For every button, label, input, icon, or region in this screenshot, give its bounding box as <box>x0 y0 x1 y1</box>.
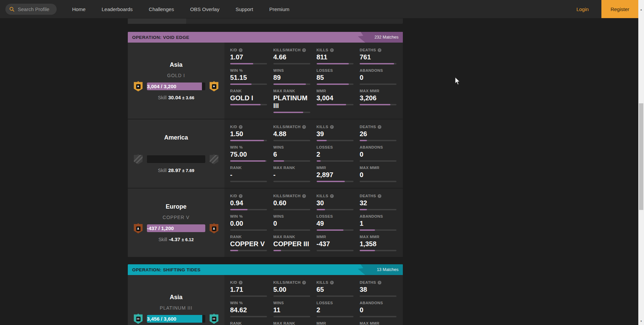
operation-header: OPERATION: VOID EDGE 232 Matches <box>128 32 403 43</box>
login-link[interactable]: Login <box>564 6 601 12</box>
info-icon[interactable]: ? <box>302 194 306 198</box>
stat-cell: RANK - <box>230 165 273 182</box>
stat-cell: MAX MMR 0 <box>360 165 403 182</box>
scroll-up-arrow-icon[interactable] <box>638 8 644 11</box>
stat-bar <box>360 160 396 162</box>
stat-cell: RANK COPPER V <box>230 234 273 251</box>
search-icon <box>9 7 14 12</box>
stat-bar <box>317 104 354 105</box>
stat-value: 1.71 <box>230 286 272 293</box>
nav-link-leaderboards[interactable]: Leaderboards <box>94 6 141 12</box>
stat-value: 75.00 <box>230 151 272 158</box>
stat-bar <box>230 160 267 162</box>
stat-cell: MAX MMR 1,358 <box>360 234 403 251</box>
stat-cell: K/D ? 1.50 <box>230 124 273 141</box>
stat-bar <box>360 209 396 210</box>
stat-label-text: WIN % <box>230 145 243 150</box>
nav-link-support[interactable]: Support <box>227 6 261 12</box>
stat-cell: KILLS ? 30 <box>317 194 360 210</box>
nav-link-home[interactable]: Home <box>64 6 94 12</box>
stat-value: -437 <box>317 240 358 248</box>
operation-section: OPERATION: VOID EDGE 232 Matches Asia GO… <box>128 32 403 257</box>
info-icon[interactable]: ? <box>378 125 381 129</box>
stat-value: 2 <box>317 306 358 314</box>
stat-bar <box>230 295 267 297</box>
stat-label: RANK <box>230 165 273 170</box>
nav-link-obs-overlay[interactable]: OBS Overlay <box>182 6 228 12</box>
stat-cell: DEATHS ? 32 <box>360 194 403 210</box>
search-profile-box[interactable] <box>5 4 57 15</box>
stat-label: WINS <box>273 301 317 306</box>
info-icon[interactable]: ? <box>239 48 243 52</box>
stat-label: KILLS/MATCH ? <box>273 194 317 199</box>
stat-label: KILLS ? <box>317 194 360 199</box>
stat-value: 0 <box>360 306 401 314</box>
info-icon[interactable]: ? <box>330 281 334 284</box>
info-icon[interactable]: ? <box>378 194 381 198</box>
info-icon[interactable]: ? <box>239 125 243 129</box>
stat-bar-fill <box>317 229 343 231</box>
stat-bar-fill <box>317 160 321 162</box>
search-input[interactable] <box>17 6 53 12</box>
nav-link-challenges[interactable]: Challenges <box>141 6 182 12</box>
stat-bar <box>230 104 267 105</box>
stat-value: 2,897 <box>317 171 358 179</box>
operation-matches-badge: 232 Matches <box>352 32 403 43</box>
info-icon[interactable]: ? <box>330 125 334 129</box>
scrollbar[interactable] <box>638 0 644 325</box>
stat-cell: MMR 3,004 <box>317 89 360 113</box>
register-button[interactable]: Register <box>601 0 638 18</box>
stat-label-text: KILLS/MATCH <box>273 194 301 199</box>
stat-bar <box>317 181 354 182</box>
stat-cell: RANK GOLD I <box>230 89 273 113</box>
stat-value: 0 <box>360 171 401 179</box>
stat-label-text: WIN % <box>230 68 243 73</box>
skill-rating: Skill-4.37± 6.12 <box>159 236 194 242</box>
rank-badge-icon: III <box>210 314 218 324</box>
region-row: Asia GOLD I ★ 3,004 / 3,200 ★ Skill30.04… <box>128 43 403 119</box>
stat-label: RANK <box>230 321 273 325</box>
stat-bar <box>360 104 396 105</box>
skill-value: 28.97 <box>168 167 181 173</box>
stat-bar-fill <box>360 140 367 141</box>
stat-label: WIN % <box>230 68 273 73</box>
stat-label-text: DEATHS <box>360 194 376 199</box>
info-icon[interactable]: ? <box>330 48 334 52</box>
stat-bar <box>317 250 354 251</box>
operation-sections: OPERATION: VOID EDGE 232 Matches Asia GO… <box>128 32 403 325</box>
stat-value: 1,358 <box>360 240 401 248</box>
skill-uncertainty: ± 3.66 <box>182 95 194 100</box>
info-icon[interactable]: ? <box>239 281 243 284</box>
scrollbar-thumb[interactable] <box>639 103 643 210</box>
stat-value: 39 <box>317 130 358 138</box>
stat-label-text: MAX RANK <box>273 89 295 94</box>
info-icon[interactable]: ? <box>378 48 381 52</box>
rank-badge-icon: ★ <box>134 81 143 92</box>
info-icon[interactable]: ? <box>378 281 381 284</box>
info-icon[interactable]: ? <box>330 194 334 198</box>
info-icon[interactable]: ? <box>302 48 306 52</box>
page: HomeLeaderboardsChallengesOBS OverlaySup… <box>0 0 644 325</box>
stat-cell: MMR 3,456 <box>317 321 360 325</box>
stat-label: K/D ? <box>230 194 273 199</box>
stat-label-text: RANK <box>230 234 242 239</box>
stat-bar <box>230 84 267 85</box>
stat-value: 26 <box>360 130 401 138</box>
stat-label-text: KILLS <box>317 194 328 199</box>
nav-link-premium[interactable]: Premium <box>261 6 298 12</box>
stat-label: K/D ? <box>230 124 273 129</box>
stat-value: 811 <box>317 53 358 61</box>
stat-label: MAX RANK <box>273 234 317 239</box>
stat-bar-fill <box>273 160 284 162</box>
stat-bar-fill <box>360 229 375 231</box>
stat-cell: KILLS ? 39 <box>317 124 360 141</box>
scroll-down-arrow-icon[interactable] <box>638 320 644 323</box>
stat-bar <box>360 229 396 231</box>
stat-cell: KILLS/MATCH ? 4.66 <box>273 48 317 64</box>
info-icon[interactable]: ? <box>239 194 243 198</box>
stat-bar-fill <box>273 250 281 251</box>
stat-bar <box>273 84 310 85</box>
info-icon[interactable]: ? <box>302 125 306 129</box>
info-icon[interactable]: ? <box>302 281 306 284</box>
skill-rating: Skill28.97± 7.69 <box>158 167 194 173</box>
